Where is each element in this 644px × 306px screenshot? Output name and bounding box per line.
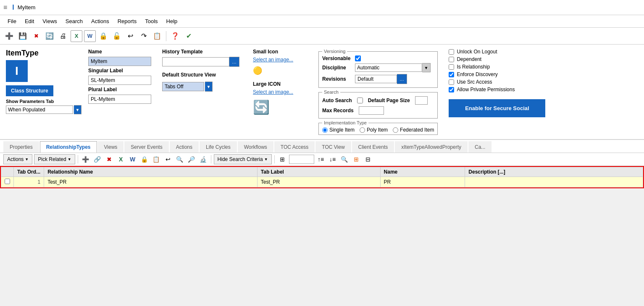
check-button[interactable]: ✔: [183, 30, 195, 42]
tab-toc-access[interactable]: TOC Access: [274, 141, 315, 153]
use-src-access-label: Use Src Access: [457, 79, 492, 85]
columns-button[interactable]: ⊞: [277, 154, 287, 164]
undo-button[interactable]: ↩: [124, 30, 136, 42]
col-relationship-name-header[interactable]: Relationship Name: [44, 167, 258, 177]
tab-toc-view[interactable]: TOC View: [315, 141, 351, 153]
word-button[interactable]: W: [84, 30, 96, 42]
edit-relations-button[interactable]: 🔗: [92, 154, 103, 164]
name-input[interactable]: [88, 57, 151, 66]
enable-secure-social-button[interactable]: Enable for Secure Social: [449, 99, 545, 117]
tab-xitemtype[interactable]: xItemTypeAllowedProperty: [395, 141, 468, 153]
print-button[interactable]: 🖨: [57, 30, 69, 42]
federated-item-radio[interactable]: [393, 127, 398, 133]
poly-item-radio[interactable]: [360, 127, 365, 133]
impl-type-options: Single Item Poly Item Federated Item: [322, 127, 434, 133]
sort-desc-button[interactable]: ↓≡: [328, 154, 338, 164]
single-item-label[interactable]: Single Item: [322, 127, 355, 133]
revisions-input[interactable]: [355, 75, 397, 83]
tab-relationship-types[interactable]: RelationshipTypes: [40, 141, 97, 153]
search-text-input[interactable]: [289, 155, 314, 164]
hamburger-icon[interactable]: ≡: [3, 4, 7, 11]
singular-input[interactable]: [88, 76, 151, 85]
small-icon-link[interactable]: Select an image...: [253, 57, 312, 63]
tab-views[interactable]: Views: [98, 141, 124, 153]
add-col-button[interactable]: ⊞: [351, 154, 361, 164]
word-sub-button[interactable]: W: [128, 154, 138, 164]
large-icon-link[interactable]: Select an image...: [253, 89, 312, 95]
dependent-checkbox[interactable]: [449, 57, 454, 62]
lock-button[interactable]: 🔒: [97, 30, 109, 42]
menu-search[interactable]: Search: [61, 17, 87, 25]
class-structure-button[interactable]: Class Structure: [6, 85, 53, 96]
tabs-off-arrow[interactable]: ▼: [205, 82, 213, 92]
auto-search-checkbox[interactable]: [357, 98, 363, 103]
tab-server-events[interactable]: Server Events: [124, 141, 168, 153]
tab-workflows[interactable]: Workflows: [238, 141, 273, 153]
tabs-off-input[interactable]: [162, 82, 204, 91]
col-description-header[interactable]: Description [...]: [465, 167, 643, 177]
discipline-arrow[interactable]: ▼: [422, 63, 431, 72]
copy-sub-button[interactable]: 📋: [151, 154, 161, 164]
when-populated-arrow[interactable]: ▼: [74, 105, 81, 114]
history-template-input[interactable]: [162, 57, 229, 66]
row-checkbox[interactable]: [5, 179, 10, 184]
excel-button[interactable]: X: [71, 30, 82, 42]
menu-file[interactable]: File: [3, 17, 21, 25]
col-tab-order-header[interactable]: Tab Ord...: [14, 167, 44, 177]
federated-item-label[interactable]: Federated Item: [393, 127, 434, 133]
actions-dropdown-button[interactable]: Actions ▼: [3, 154, 32, 164]
poly-item-label[interactable]: Poly Item: [360, 127, 388, 133]
pick-related-button[interactable]: Pick Related ▼: [34, 154, 75, 164]
tab-ca[interactable]: Ca...: [468, 141, 492, 153]
add-row-button[interactable]: ➕: [81, 154, 91, 164]
filter-button[interactable]: 🔬: [198, 154, 208, 164]
menu-views[interactable]: Views: [38, 17, 61, 25]
search-sub-button[interactable]: 🔍: [175, 154, 185, 164]
tab-properties[interactable]: Properties: [3, 141, 39, 153]
default-page-size-input[interactable]: [415, 96, 428, 105]
tab-life-cycles[interactable]: Life Cycles: [200, 141, 237, 153]
lock-sub-button[interactable]: 🔒: [139, 154, 150, 164]
find-button[interactable]: 🔍: [339, 154, 350, 164]
unlock-logout-checkbox[interactable]: [449, 49, 454, 55]
itemtype-icon-letter: I: [15, 64, 18, 78]
when-populated-input[interactable]: [6, 106, 73, 114]
single-item-radio[interactable]: [322, 127, 328, 133]
sort-asc-button[interactable]: ↑≡: [316, 154, 326, 164]
unlock-button[interactable]: 🔓: [111, 30, 123, 42]
table-row[interactable]: 1 Test_PR Test_PR PR: [1, 177, 643, 187]
remove-row-button[interactable]: ✖: [104, 154, 114, 164]
hide-search-button[interactable]: Hide Search Criteria ▼: [214, 154, 272, 164]
menu-actions[interactable]: Actions: [87, 17, 113, 25]
tab-actions[interactable]: Actions: [170, 141, 199, 153]
help-button[interactable]: ❓: [169, 30, 181, 42]
add-button[interactable]: ➕: [3, 30, 15, 42]
undo-sub-button[interactable]: ↩: [163, 154, 173, 164]
use-src-access-checkbox[interactable]: [449, 79, 454, 85]
versionable-checkbox[interactable]: [355, 55, 361, 61]
excel-sub-button[interactable]: X: [116, 154, 126, 164]
redo-button[interactable]: ↷: [138, 30, 150, 42]
col-name-header[interactable]: Name: [380, 167, 465, 177]
enforce-discovery-checkbox[interactable]: [449, 72, 454, 77]
menu-edit[interactable]: Edit: [21, 17, 38, 25]
max-records-input[interactable]: [359, 106, 384, 115]
history-template-ellipsis[interactable]: …: [229, 57, 239, 67]
menu-tools[interactable]: Tools: [141, 17, 162, 25]
revisions-ellipsis[interactable]: …: [397, 74, 407, 84]
more-button[interactable]: ⊟: [363, 154, 373, 164]
is-relationship-checkbox[interactable]: [449, 64, 454, 70]
discipline-input[interactable]: [355, 63, 422, 72]
menu-reports[interactable]: Reports: [113, 17, 141, 25]
plural-input[interactable]: [88, 95, 151, 104]
col-tab-label-header[interactable]: Tab Label: [257, 167, 380, 177]
auto-search-row: Auto Search Default Page Size: [322, 96, 434, 105]
menu-help[interactable]: Help: [162, 17, 182, 25]
tab-client-events[interactable]: Client Events: [352, 141, 394, 153]
save-button[interactable]: 💾: [17, 30, 29, 42]
clear-search-button[interactable]: 🔎: [187, 154, 197, 164]
copy-button[interactable]: 📋: [151, 30, 163, 42]
refresh-button[interactable]: 🔄: [44, 30, 55, 42]
allow-private-checkbox[interactable]: [449, 87, 454, 92]
delete-button[interactable]: ✖: [30, 30, 42, 42]
